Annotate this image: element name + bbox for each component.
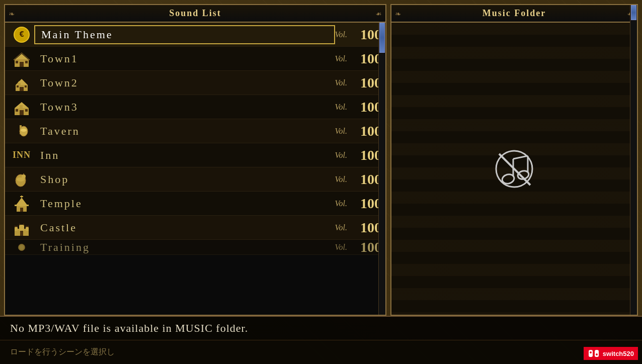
sound-item-castle[interactable]: Castle Vol. 100	[5, 216, 385, 240]
vol-label-9: Vol.	[335, 243, 347, 252]
town1-svg-icon	[13, 50, 31, 68]
sound-item-town2[interactable]: Town2 Vol. 100	[5, 71, 385, 95]
icon-castle	[9, 217, 34, 239]
svg-point-25	[22, 174, 26, 178]
vol-label-0: Vol.	[335, 30, 347, 39]
sound-list-content: € Main Theme Vol. 100	[5, 23, 385, 315]
vol-value-6: 100	[351, 171, 381, 188]
svg-rect-15	[20, 110, 24, 115]
town2-svg-icon	[13, 74, 31, 92]
sound-item-main-theme[interactable]: € Main Theme Vol. 100	[5, 23, 385, 47]
scrollbar-thumb[interactable]	[379, 23, 385, 53]
svg-line-50	[513, 156, 528, 159]
shop-svg-icon	[13, 170, 31, 189]
svg-rect-17	[25, 109, 28, 112]
vol-value-0: 100	[351, 27, 381, 43]
sound-name-town2: Town2	[34, 76, 335, 89]
sound-name-temple: Temple	[34, 197, 335, 210]
sound-item-temple[interactable]: Temple Vol. 100	[5, 192, 385, 216]
sound-item-town3[interactable]: Town3 Vol. 100	[5, 95, 385, 119]
instruction-text-left: ロードを行うシーンを選択し	[10, 347, 115, 357]
vol-label-5: Vol.	[335, 151, 347, 160]
icon-inn: INN	[9, 144, 34, 166]
main-container: Sound List € Main Theme Vol. 100	[0, 0, 642, 364]
svg-rect-18	[20, 105, 23, 108]
icon-town2	[9, 72, 34, 94]
svg-rect-3	[16, 61, 18, 63]
svg-rect-9	[17, 85, 19, 87]
svg-rect-11	[18, 83, 21, 85]
vol-value-4: 100	[351, 123, 381, 139]
sound-item-inn[interactable]: INN Inn Vol. 100	[5, 143, 385, 167]
sound-list-panel: Sound List € Main Theme Vol. 100	[4, 4, 386, 316]
vol-label-4: Vol.	[335, 127, 347, 136]
sound-item-training[interactable]: Training Vol. 100	[5, 240, 385, 255]
sound-list-header: Sound List	[5, 5, 385, 23]
switch-badge: switch520	[584, 347, 638, 360]
sound-name-main-theme: Main Theme	[34, 25, 335, 44]
vol-label-7: Vol.	[335, 199, 347, 208]
sound-item-shop[interactable]: Shop Vol. 100	[5, 167, 385, 192]
header-ornament-right	[376, 8, 381, 19]
vol-value-9: 100	[351, 240, 381, 255]
svg-rect-37	[15, 226, 16, 227]
vol-label-3: Vol.	[335, 103, 347, 112]
sound-name-tavern: Tavern	[34, 125, 335, 138]
music-folder-panel: Music Folder	[390, 4, 638, 316]
icon-town1	[9, 48, 34, 70]
svg-rect-2	[20, 62, 24, 67]
town3-svg-icon	[13, 98, 31, 116]
sound-name-training: Training	[34, 241, 335, 254]
vol-label-1: Vol.	[335, 54, 347, 63]
sound-name-inn: Inn	[34, 149, 335, 162]
tavern-svg-icon	[13, 122, 31, 140]
icon-tavern	[9, 120, 34, 142]
svg-rect-34	[15, 227, 18, 231]
icon-training	[9, 240, 34, 255]
svg-rect-39	[26, 226, 27, 227]
svg-rect-40	[28, 226, 29, 227]
notification-text: No MP3/WAV file is available in MUSIC fo…	[10, 322, 248, 335]
svg-rect-29	[20, 208, 23, 212]
svg-marker-28	[16, 198, 28, 206]
switch-badge-text: switch520	[603, 350, 634, 357]
coin-icon: €	[14, 27, 30, 43]
svg-marker-7	[16, 79, 28, 85]
icon-town3	[9, 96, 34, 118]
sound-name-town1: Town1	[34, 52, 335, 65]
svg-rect-4	[25, 61, 28, 63]
music-folder-content	[391, 23, 637, 315]
icon-temple	[9, 193, 34, 215]
svg-rect-30	[15, 205, 29, 206]
music-folder-scrollbar[interactable]	[630, 5, 637, 315]
sound-item-town1[interactable]: Town1 Vol. 100	[5, 47, 385, 71]
header-ornament-left	[9, 8, 15, 19]
svg-rect-42	[23, 224, 24, 225]
sound-name-shop: Shop	[34, 173, 335, 186]
training-svg-icon	[13, 242, 31, 252]
music-scrollbar-thumb[interactable]	[631, 5, 636, 20]
switch-logo-icon	[588, 349, 600, 358]
svg-point-57	[596, 353, 598, 355]
sound-list-title: Sound List	[169, 8, 221, 19]
music-folder-header: Music Folder	[391, 5, 637, 23]
vol-label-8: Vol.	[335, 223, 347, 232]
vol-value-2: 100	[351, 75, 381, 91]
panels-area: Sound List € Main Theme Vol. 100	[0, 0, 642, 316]
vol-value-1: 100	[351, 51, 381, 67]
no-music-icon	[494, 149, 534, 189]
instruction-bar: ロードを行うシーンを選択し で音量変更	[0, 340, 642, 364]
vol-value-5: 100	[351, 147, 381, 163]
svg-rect-35	[26, 227, 29, 231]
sound-item-tavern[interactable]: Tavern Vol. 100	[5, 119, 385, 143]
vol-label-2: Vol.	[335, 78, 347, 87]
icon-shop	[9, 168, 34, 191]
music-header-ornament-left	[395, 8, 401, 19]
vol-value-8: 100	[351, 220, 381, 236]
inn-text-icon: INN	[13, 150, 31, 160]
svg-rect-43	[20, 231, 23, 236]
svg-point-22	[21, 129, 27, 132]
sound-name-castle: Castle	[34, 221, 335, 234]
castle-svg-icon	[13, 219, 31, 237]
sound-list-scrollbar[interactable]	[378, 23, 385, 315]
